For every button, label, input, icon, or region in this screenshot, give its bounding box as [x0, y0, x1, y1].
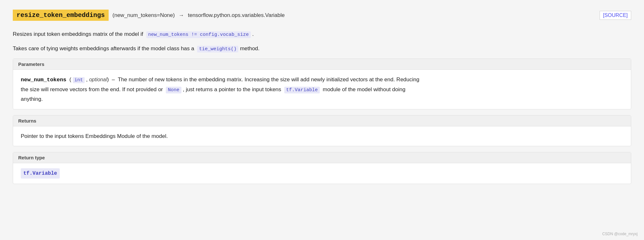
returns-content: Pointer to the input tokens Embeddings M… [13, 126, 631, 146]
param-desc2-end: module of the model without doing [323, 86, 405, 92]
param-optional: optional [89, 77, 107, 82]
return-type-content: tf.Variable [13, 163, 631, 184]
parameters-section: Parameters new_num_tokens ( int , option… [13, 59, 631, 109]
desc2-start: Takes care of tying weights embeddings a… [13, 45, 194, 52]
return-type-signature: tensorflow.python.ops.variables.Variable [188, 12, 285, 19]
function-signature: (new_num_tokens=None) [112, 12, 175, 19]
desc2-code: tie_weights() [197, 46, 238, 52]
description-line2: Takes care of tying weights embeddings a… [13, 44, 631, 53]
page-footer: CSDN @code_mryxj [602, 232, 638, 236]
function-header: resize_token_embeddings (new_num_tokens=… [13, 10, 631, 21]
return-type-value: tf.Variable [21, 168, 60, 179]
returns-section: Returns Pointer to the input tokens Embe… [13, 115, 631, 147]
parameters-header: Parameters [13, 59, 631, 70]
param-desc3: anything. [21, 96, 43, 102]
desc1-end: . [252, 31, 254, 37]
return-type-header: Return type [13, 152, 631, 163]
param-open: ( [69, 76, 71, 83]
function-arrow: → [179, 12, 184, 19]
desc1-start: Resizes input token embeddings matrix of… [13, 31, 143, 37]
function-name: resize_token_embeddings [13, 10, 109, 21]
param-comma: , [86, 76, 88, 83]
desc1-code: new_num_tokens != config.vocab_size [146, 31, 251, 38]
desc2-end: method. [240, 45, 259, 52]
returns-header: Returns [13, 116, 631, 126]
param-desc1: The number of new tokens in the embeddin… [118, 76, 419, 83]
param-name: new_num_tokens [21, 77, 66, 83]
param-none: None [166, 87, 181, 93]
param-tf-var: tf.Variable [284, 87, 320, 93]
parameters-content: new_num_tokens ( int , optional) – The n… [13, 70, 631, 109]
description-line1: Resizes input token embeddings matrix of… [13, 30, 631, 39]
param-desc2-mid: , just returns a pointer to the input to… [183, 86, 281, 92]
footer-text: CSDN @code_mryxj [602, 232, 638, 236]
param-desc2-start: the size will remove vectors from the en… [21, 86, 163, 92]
source-link[interactable]: [SOURCE] [600, 11, 631, 20]
param-type: int [73, 77, 85, 83]
return-type-section: Return type tf.Variable [13, 152, 631, 184]
param-dash: – [112, 76, 115, 83]
param-close: ) [107, 76, 109, 83]
